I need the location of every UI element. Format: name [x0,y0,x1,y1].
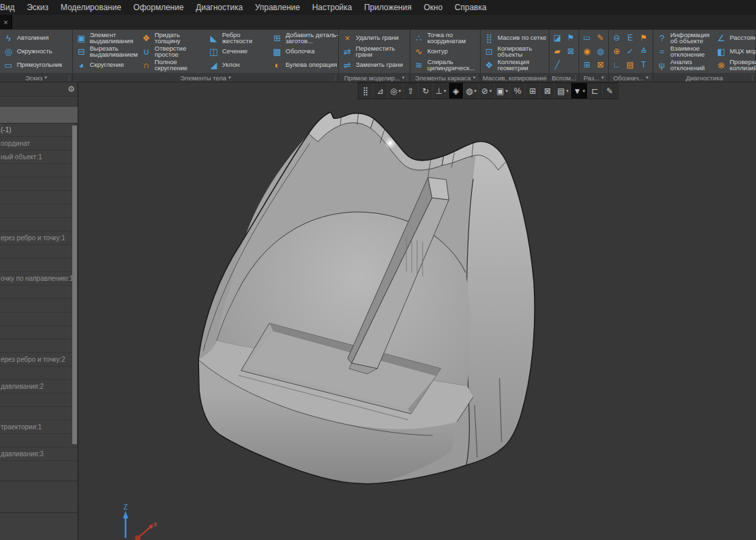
tree-row-20[interactable] [0,394,78,407]
extrude-button[interactable]: ▣Элемент выдавливания [73,31,138,45]
aux-tool-icon[interactable]: ⚑ [637,31,650,45]
tree-row-7[interactable] [0,218,78,232]
object-info-button[interactable]: ?Информация об объекте [653,31,713,45]
aux-tool-icon[interactable]: ⊕ [610,45,623,58]
aux-tool-icon[interactable]: ⊠ [564,45,577,58]
tree-row-15[interactable] [0,326,78,340]
menu-item-1[interactable]: Эскиз [21,0,55,15]
tree-row-0[interactable]: (-1) [0,124,78,137]
aux-tool-icon[interactable]: ⚑ [564,31,577,45]
3d-viewport[interactable]: Z x ⣿⊿◎▾⇧↻⊥▾◈◍▾⊘▾▣▾%⊞⊠▤▾▼▾⊏✎ [79,82,756,540]
array-preview-button[interactable]: ⊞ [525,83,540,99]
point-by-coordinates-button[interactable]: ∴Точка по координатам [410,31,480,45]
ribbon-group-label-5[interactable]: Вспом...⋮ [549,73,578,82]
shell-button[interactable]: ▩Оболочка [269,45,339,58]
shading-mode-button[interactable]: ◍▾ [464,83,479,99]
tree-row-23[interactable] [0,434,78,448]
menu-item-7[interactable]: Приложения [358,0,417,15]
add-stock-part-button[interactable]: ⊞Добавить деталь-заготов... [269,31,339,45]
menu-item-4[interactable]: Диагностика [190,0,249,15]
tree-row-16[interactable] [0,340,78,353]
simple-hole-button[interactable]: ∪Отверстие простое [138,45,205,58]
thicken-button[interactable]: ❖Придать толщину [138,31,205,45]
fillet-button[interactable]: ◕Скругление [73,58,138,72]
rib-button[interactable]: ◣Ребро жесткости [205,31,269,45]
ribbon-group-label-4[interactable]: Массив, копирование⋮ [481,73,549,82]
contour-button[interactable]: ∿Контур [410,45,480,58]
mass-properties-button[interactable]: ◧МЦХ модели [713,45,756,58]
tree-row-2[interactable]: ный объект:1 [0,151,78,164]
tree-row-9[interactable] [0,245,78,259]
solid-mode-button[interactable]: ⊠ [540,83,555,99]
aux-tool-icon[interactable]: ▭ [580,31,593,45]
boolean-button[interactable]: ◐Булева операция [269,58,339,72]
aux-tool-icon[interactable]: ▰ [551,45,564,58]
menu-item-3[interactable]: Оформление [128,0,190,15]
ribbon-group-label-3[interactable]: Элементы каркаса▾⋮ [410,73,480,82]
ribbon-group-label-7[interactable]: Обознач...▾⋮ [609,73,653,82]
orbit-button[interactable]: ↻ [418,83,433,99]
aux-tool-icon[interactable]: ∟ [610,58,623,72]
collision-check-button[interactable]: ⊗Проверка коллизий [713,58,756,72]
aux-tool-icon[interactable]: ⊠ [594,58,607,72]
mutual-deviation-button[interactable]: ≈Взаимное отклонение [653,45,713,58]
aux-tool-icon[interactable] [564,58,577,72]
aux-tool-icon[interactable]: ◪ [551,31,564,45]
gear-icon[interactable]: ⚙ [68,84,75,94]
measure-button[interactable]: ⊏ [588,83,603,99]
ribbon-group-label-6[interactable]: Раз...▾⋮ [579,73,608,82]
camera-view-button[interactable]: ▣▾ [495,83,511,99]
tree-row-19[interactable]: давливания:2 [0,380,78,394]
aux-tool-icon[interactable]: ⊖ [610,31,623,45]
deviation-analysis-button[interactable]: ψАнализ отклонений [653,58,713,72]
autoline-button[interactable]: ϟАвтолиния [0,31,72,45]
tree-row-22[interactable]: траектории:1 [0,421,78,434]
hide-objects-button[interactable]: ⊘▾ [479,83,495,99]
tree-row-5[interactable] [0,191,78,205]
aux-tool-icon[interactable]: ✓ [624,45,637,58]
cut-extrude-button[interactable]: ⊟Вырезать выдавливанием [73,45,138,58]
draft-button[interactable]: ◢Уклон [205,58,269,72]
cylindrical-spiral-button[interactable]: ≋Спираль цилиндрическ... [410,58,480,72]
ribbon-group-label-8[interactable]: Диагностика⋮ [653,73,755,82]
tree-row-14[interactable] [0,313,78,326]
menu-item-6[interactable]: Настройка [306,0,358,15]
tree-row-21[interactable] [0,407,78,421]
menu-item-9[interactable]: Справка [449,0,493,15]
aux-tool-icon[interactable]: ╱ [551,58,564,72]
ribbon-group-label-1[interactable]: Элементы тела▾⋮ [73,73,338,82]
zoom-button[interactable]: ◎▾ [388,83,404,99]
tree-row-6[interactable] [0,205,78,218]
distance-angle-button[interactable]: ∠Расстояние угол [713,31,756,45]
stamp-mode-button[interactable]: ▤▾ [555,83,571,99]
aux-tool-icon[interactable]: ✎ [594,31,607,45]
rectangle-button[interactable]: ▭Прямоугольник [0,58,72,72]
tree-row-10[interactable] [0,259,78,272]
tree-row-4[interactable] [0,178,78,191]
aux-tool-icon[interactable]: ◉ [580,45,593,58]
full-fillet-button[interactable]: ∩Полное скругление [138,58,205,72]
menu-item-5[interactable]: Управление [249,0,306,15]
coordinate-axes-button[interactable]: ⊥▾ [433,83,449,99]
grid-snap-button[interactable]: ⣿ [358,83,373,99]
proportions-button[interactable]: % [510,83,525,99]
grid-array-button[interactable]: ⣿Массив по сетке [481,31,549,45]
tree-row-17[interactable]: ерез ребро и точку:2 [0,353,78,367]
ribbon-group-label-2[interactable]: Прямое моделир...▾⋮ [339,73,410,82]
3d-canvas[interactable]: Z x [79,82,756,540]
circle-button[interactable]: ◎Окружность [0,45,72,58]
aux-tool-icon[interactable]: ◍ [594,45,607,58]
tree-row-24[interactable]: давливания:3 [0,448,78,461]
tree-row-11[interactable]: очку по направлению:1 [0,272,78,286]
tree-scrollbar[interactable] [72,126,77,444]
edit-pencil-button[interactable]: ✎ [603,83,618,99]
replace-faces-button[interactable]: ⇌Заменить грани [339,58,410,72]
tree-row-18[interactable] [0,367,78,380]
view-cube-button[interactable]: ◈ [449,83,464,99]
aux-tool-icon[interactable]: ≙ [637,45,650,58]
close-tab-icon[interactable]: × [0,15,12,29]
ribbon-group-label-0[interactable]: Эскиз▾⋮ [0,73,72,82]
aux-tool-icon[interactable]: ▤ [624,58,637,72]
sketch-plane-button[interactable]: ⊿ [373,83,388,99]
section-button[interactable]: ◫Сечение [205,45,269,58]
